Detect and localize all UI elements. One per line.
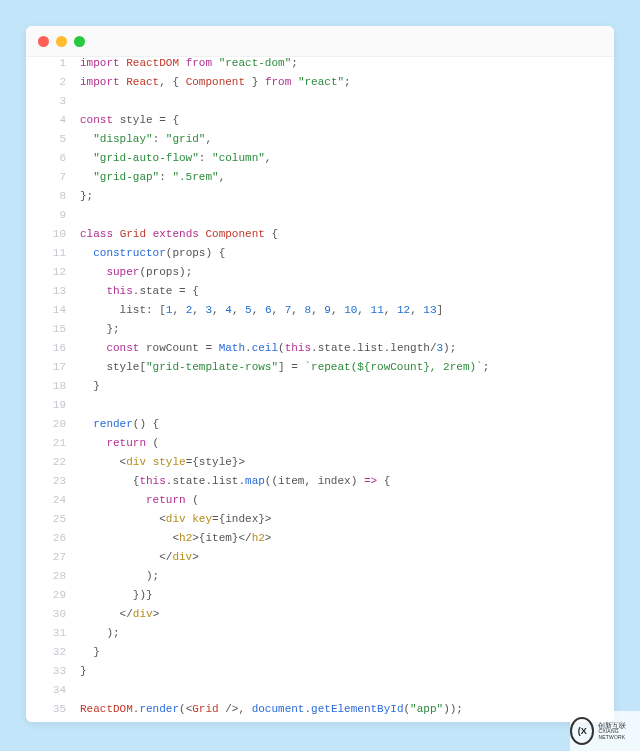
window-titlebar (26, 26, 614, 56)
code-content: <h2>{item}</h2> (80, 532, 614, 544)
code-content: super(props); (80, 266, 614, 278)
code-content: <div style={style}> (80, 456, 614, 468)
code-content: ReactDOM.render(<Grid />, document.getEl… (80, 703, 614, 715)
zoom-icon[interactable] (74, 36, 85, 47)
code-content: "grid-gap": ".5rem", (80, 171, 614, 183)
line-number: 8 (26, 190, 80, 202)
code-line: 35ReactDOM.render(<Grid />, document.get… (26, 703, 614, 722)
line-number: 34 (26, 684, 80, 696)
code-line: 8}; (26, 190, 614, 209)
line-number: 10 (26, 228, 80, 240)
code-line: 15 }; (26, 323, 614, 342)
line-number: 20 (26, 418, 80, 430)
code-line: 32 } (26, 646, 614, 665)
code-content: return ( (80, 494, 614, 506)
code-content (80, 209, 614, 221)
code-content: list: [1, 2, 3, 4, 5, 6, 7, 8, 9, 10, 11… (80, 304, 614, 316)
code-line: 18 } (26, 380, 614, 399)
code-content: </div> (80, 551, 614, 563)
code-content (80, 95, 614, 107)
code-line: 33} (26, 665, 614, 684)
watermark: (X 创新互联 CXIANG NETWORK (570, 711, 640, 751)
code-line: 26 <h2>{item}</h2> (26, 532, 614, 551)
line-number: 16 (26, 342, 80, 354)
code-window: 1import ReactDOM from "react-dom";2impor… (26, 26, 614, 722)
code-content: {this.state.list.map((item, index) => { (80, 475, 614, 487)
line-number: 2 (26, 76, 80, 88)
code-content: render() { (80, 418, 614, 430)
code-line: 1import ReactDOM from "react-dom"; (26, 57, 614, 76)
code-line: 5 "display": "grid", (26, 133, 614, 152)
code-line: 22 <div style={style}> (26, 456, 614, 475)
line-number: 33 (26, 665, 80, 677)
code-content: style["grid-template-rows"] = `repeat(${… (80, 361, 614, 373)
code-line: 9 (26, 209, 614, 228)
line-number: 32 (26, 646, 80, 658)
code-content: </div> (80, 608, 614, 620)
code-content (80, 684, 614, 696)
code-content: "grid-auto-flow": "column", (80, 152, 614, 164)
code-line: 6 "grid-auto-flow": "column", (26, 152, 614, 171)
code-line: 31 ); (26, 627, 614, 646)
close-icon[interactable] (38, 36, 49, 47)
code-line: 2import React, { Component } from "react… (26, 76, 614, 95)
line-number: 19 (26, 399, 80, 411)
code-content: "display": "grid", (80, 133, 614, 145)
code-content: const style = { (80, 114, 614, 126)
line-number: 1 (26, 57, 80, 69)
line-number: 30 (26, 608, 80, 620)
watermark-line2: CXIANG NETWORK (598, 729, 640, 740)
code-line: 25 <div key={index}> (26, 513, 614, 532)
code-line: 24 return ( (26, 494, 614, 513)
code-content: constructor(props) { (80, 247, 614, 259)
minimize-icon[interactable] (56, 36, 67, 47)
line-number: 3 (26, 95, 80, 107)
code-line: 30 </div> (26, 608, 614, 627)
code-line: 4const style = { (26, 114, 614, 133)
code-line: 12 super(props); (26, 266, 614, 285)
code-line: 23 {this.state.list.map((item, index) =>… (26, 475, 614, 494)
code-line: 34 (26, 684, 614, 703)
line-number: 29 (26, 589, 80, 601)
code-line: 19 (26, 399, 614, 418)
code-content: return ( (80, 437, 614, 449)
line-number: 11 (26, 247, 80, 259)
code-line: 27 </div> (26, 551, 614, 570)
line-number: 6 (26, 152, 80, 164)
code-content: this.state = { (80, 285, 614, 297)
code-line: 20 render() { (26, 418, 614, 437)
line-number: 35 (26, 703, 80, 715)
code-line: 3 (26, 95, 614, 114)
line-number: 21 (26, 437, 80, 449)
code-line: 29 })} (26, 589, 614, 608)
code-content: } (80, 380, 614, 392)
line-number: 23 (26, 475, 80, 487)
code-content: }; (80, 323, 614, 335)
code-line: 21 return ( (26, 437, 614, 456)
code-line: 11 constructor(props) { (26, 247, 614, 266)
line-number: 17 (26, 361, 80, 373)
code-content (80, 399, 614, 411)
line-number: 24 (26, 494, 80, 506)
code-content: class Grid extends Component { (80, 228, 614, 240)
line-number: 12 (26, 266, 80, 278)
code-editor: 1import ReactDOM from "react-dom";2impor… (26, 56, 614, 722)
line-number: 4 (26, 114, 80, 126)
code-line: 28 ); (26, 570, 614, 589)
code-content: ); (80, 627, 614, 639)
code-content: })} (80, 589, 614, 601)
line-number: 25 (26, 513, 80, 525)
code-content: ); (80, 570, 614, 582)
code-content: } (80, 646, 614, 658)
code-content: import React, { Component } from "react"… (80, 76, 614, 88)
code-content: const rowCount = Math.ceil(this.state.li… (80, 342, 614, 354)
line-number: 31 (26, 627, 80, 639)
watermark-logo-icon: (X (570, 717, 594, 745)
line-number: 27 (26, 551, 80, 563)
line-number: 13 (26, 285, 80, 297)
code-line: 13 this.state = { (26, 285, 614, 304)
line-number: 22 (26, 456, 80, 468)
code-line: 14 list: [1, 2, 3, 4, 5, 6, 7, 8, 9, 10,… (26, 304, 614, 323)
code-content: } (80, 665, 614, 677)
line-number: 9 (26, 209, 80, 221)
